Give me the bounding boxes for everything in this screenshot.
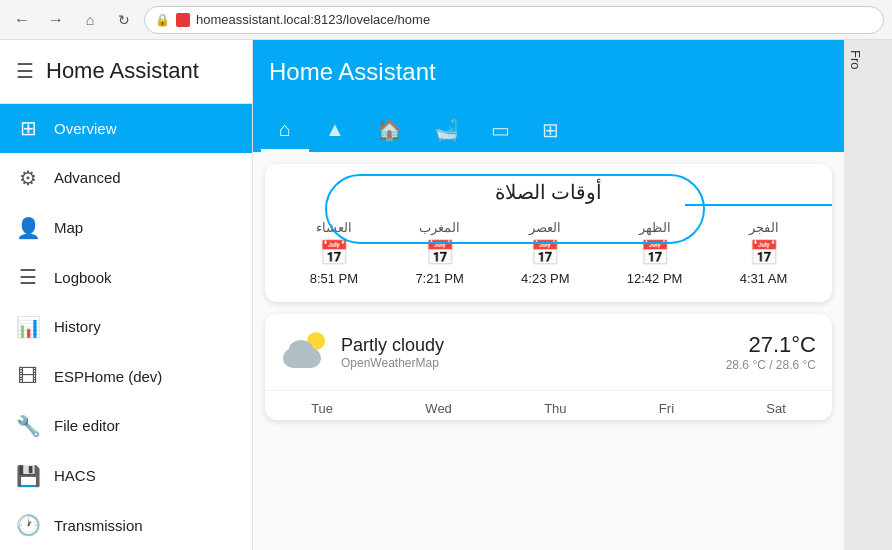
prayer-time-maghrib: المغرب 📅 7:21 PM (415, 220, 463, 286)
sidebar-label-hacs: HACS (54, 467, 96, 484)
sidebar: ☰ Home Assistant ⊞ Overview ⚙ Advanced 👤… (0, 40, 253, 550)
prayer-name-dhuhr: الظهر (639, 220, 671, 235)
weather-source: OpenWeatherMap (341, 356, 714, 370)
prayer-time-value-dhuhr: 12:42 PM (627, 271, 683, 286)
film-icon: 🎞 (16, 365, 40, 388)
browser-toolbar: ← → ⌂ ↻ 🔒 homeassistant.local:8123/lovel… (0, 0, 892, 40)
sidebar-item-advanced[interactable]: ⚙ Advanced (0, 153, 252, 203)
hamburger-icon[interactable]: ☰ (16, 59, 34, 83)
lock-icon: 🔒 (155, 13, 170, 27)
prayer-icon-isha: 📅 (319, 239, 349, 267)
tab-grid[interactable]: ⊞ (526, 110, 575, 152)
reload-button[interactable]: ↻ (110, 6, 138, 34)
annotation-arrow (685, 204, 832, 206)
prayer-times-grid: الفجر 📅 4:31 AM الظهر 📅 12:42 PM العصر 📅 (281, 220, 816, 286)
weather-temp-block: 27.1°C 28.6 °C / 28.6 °C (726, 332, 816, 372)
prayer-time-isha: العشاء 📅 8:51 PM (310, 220, 358, 286)
grid-icon: ⊞ (16, 116, 40, 140)
tab-bath[interactable]: 🛁 (418, 110, 475, 152)
clock-icon: 🕐 (16, 513, 40, 537)
day-fri: Fri (651, 397, 682, 420)
person-icon: 👤 (16, 216, 40, 240)
weather-temp-range: 28.6 °C / 28.6 °C (726, 358, 816, 372)
prayer-name-fajr: الفجر (749, 220, 779, 235)
sidebar-label-map: Map (54, 219, 83, 236)
cloud-body-icon (283, 348, 321, 368)
day-sat: Sat (758, 397, 794, 420)
wrench-icon: 🔧 (16, 414, 40, 438)
prayer-time-value-asr: 4:23 PM (521, 271, 569, 286)
address-bar[interactable]: 🔒 homeassistant.local:8123/lovelace/home (144, 6, 884, 34)
weather-description: Partly cloudy (341, 335, 714, 356)
sidebar-label-history: History (54, 318, 101, 335)
back-button[interactable]: ← (8, 6, 36, 34)
sidebar-item-esphome[interactable]: 🎞 ESPHome (dev) (0, 352, 252, 402)
sidebar-label-file-editor: File editor (54, 417, 120, 434)
sidebar-header: ☰ Home Assistant (0, 40, 252, 104)
prayer-card-title: أوقات الصلاة (281, 180, 816, 204)
day-wed: Wed (417, 397, 460, 420)
sidebar-label-transmission: Transmission (54, 517, 143, 534)
right-panel: Fro (844, 40, 892, 550)
content-area: أوقات الصلاة الفجر 📅 4:31 AM الظهر 📅 12:… (253, 152, 844, 550)
sidebar-title: Home Assistant (46, 58, 199, 84)
url-text: homeassistant.local:8123/lovelace/home (196, 12, 430, 27)
sidebar-label-logbook: Logbook (54, 269, 112, 286)
prayer-name-isha: العشاء (316, 220, 352, 235)
weather-icon (281, 328, 329, 376)
tab-home[interactable]: ⌂ (261, 110, 309, 152)
gear-icon: ⚙ (16, 166, 40, 190)
sidebar-item-hacs[interactable]: 💾 HACS (0, 451, 252, 501)
prayer-name-asr: العصر (529, 220, 561, 235)
sidebar-label-overview: Overview (54, 120, 117, 137)
prayer-icon-fajr: 📅 (749, 239, 779, 267)
prayer-card: أوقات الصلاة الفجر 📅 4:31 AM الظهر 📅 12:… (265, 164, 832, 302)
forward-button[interactable]: → (42, 6, 70, 34)
sidebar-item-history[interactable]: 📊 History (0, 302, 252, 352)
sidebar-label-esphome: ESPHome (dev) (54, 368, 162, 385)
sidebar-label-advanced: Advanced (54, 169, 121, 186)
hacs-icon: 💾 (16, 464, 40, 488)
day-tue: Tue (303, 397, 341, 420)
day-thu: Thu (536, 397, 574, 420)
sidebar-item-logbook[interactable]: ☰ Logbook (0, 252, 252, 302)
right-panel-label: Fro (844, 40, 867, 80)
prayer-time-asr: العصر 📅 4:23 PM (521, 220, 569, 286)
weather-temp-main: 27.1°C (726, 332, 816, 358)
list-icon: ☰ (16, 265, 40, 289)
prayer-time-dhuhr: الظهر 📅 12:42 PM (627, 220, 683, 286)
chart-icon: 📊 (16, 315, 40, 339)
prayer-time-fajr: الفجر 📅 4:31 AM (740, 220, 788, 286)
sidebar-item-map[interactable]: 👤 Map (0, 203, 252, 253)
weather-card-body: Partly cloudy OpenWeatherMap 27.1°C 28.6… (265, 314, 832, 390)
prayer-time-value-isha: 8:51 PM (310, 271, 358, 286)
tab-home2[interactable]: 🏠 (361, 110, 418, 152)
sidebar-item-overview[interactable]: ⊞ Overview (0, 104, 252, 154)
prayer-icon-asr: 📅 (530, 239, 560, 267)
day-strip: Tue Wed Thu Fri Sat (265, 390, 832, 420)
prayer-time-value-maghrib: 7:21 PM (415, 271, 463, 286)
prayer-name-maghrib: المغرب (419, 220, 460, 235)
sidebar-item-transmission[interactable]: 🕐 Transmission (0, 500, 252, 550)
sidebar-item-file-editor[interactable]: 🔧 File editor (0, 401, 252, 451)
tab-bar: ⌂ ▲ 🏠 🛁 ▭ ⊞ (253, 104, 844, 152)
tab-person[interactable]: ▲ (309, 110, 361, 152)
prayer-time-value-fajr: 4:31 AM (740, 271, 788, 286)
main-header: Home Assistant (253, 40, 844, 104)
weather-info: Partly cloudy OpenWeatherMap (341, 335, 714, 370)
tab-display[interactable]: ▭ (475, 110, 526, 152)
home-button[interactable]: ⌂ (76, 6, 104, 34)
weather-card: Partly cloudy OpenWeatherMap 27.1°C 28.6… (265, 314, 832, 420)
prayer-icon-maghrib: 📅 (425, 239, 455, 267)
app-container: ☰ Home Assistant ⊞ Overview ⚙ Advanced 👤… (0, 40, 892, 550)
main-header-title: Home Assistant (269, 58, 828, 86)
prayer-icon-dhuhr: 📅 (640, 239, 670, 267)
favicon (176, 13, 190, 27)
main-content: Home Assistant ⌂ ▲ 🏠 🛁 ▭ ⊞ أوقات الصلاة (253, 40, 844, 550)
